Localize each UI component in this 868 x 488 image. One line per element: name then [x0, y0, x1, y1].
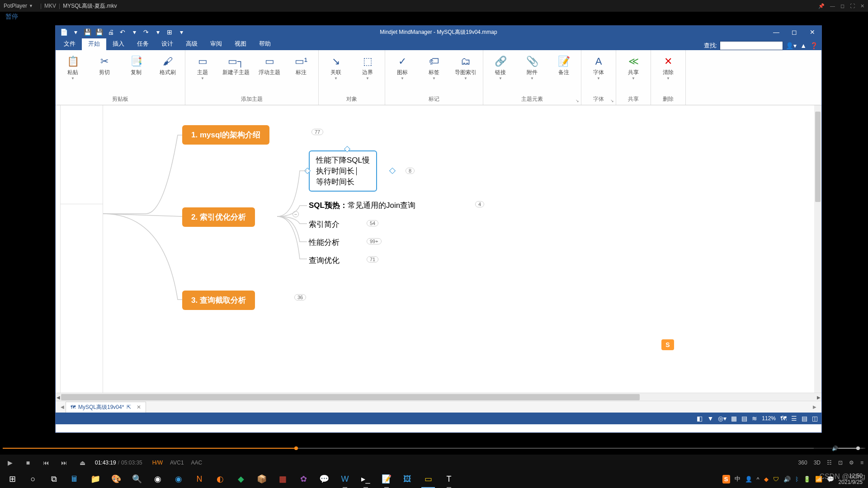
tabnav-right[interactable]: ▶: [811, 404, 818, 409]
search-input[interactable]: [720, 41, 783, 50]
menu-tab-视图[interactable]: 视图: [228, 38, 253, 50]
threed-icon[interactable]: 3D: [814, 460, 821, 466]
mm-maximize-icon[interactable]: ◻: [785, 26, 803, 38]
tray-notification-icon[interactable]: 💬: [827, 476, 834, 483]
subtitle-icon[interactable]: ☷: [827, 460, 832, 466]
ime-lang-icon[interactable]: 中: [735, 475, 741, 483]
subtopic[interactable]: 性能分析: [309, 237, 340, 248]
filter-icon[interactable]: ▼: [707, 415, 713, 422]
ribbon-btn-标签[interactable]: 🏷标签▼: [419, 53, 449, 82]
tab-close-icon[interactable]: ✕: [137, 404, 141, 410]
tray-shield-icon[interactable]: 🛡: [773, 476, 779, 483]
view-map-icon[interactable]: 🗺: [780, 415, 787, 422]
layout3-icon[interactable]: ≋: [752, 415, 757, 422]
topic-node[interactable]: 1. mysql的架构介绍: [182, 125, 269, 145]
layout1-icon[interactable]: ▦: [731, 415, 737, 422]
pin-icon[interactable]: 📌: [818, 3, 825, 9]
progress-thumb[interactable]: [294, 446, 298, 450]
quick-access-btn-2[interactable]: 💾: [82, 27, 93, 37]
tray-volume-icon[interactable]: 🔊: [783, 476, 791, 483]
quick-access-btn-0[interactable]: 📄: [58, 27, 69, 37]
tray-app1-icon[interactable]: ◆: [764, 476, 769, 483]
menu-tab-插入[interactable]: 插入: [106, 38, 131, 50]
vr-icon[interactable]: 360: [798, 460, 807, 466]
app-name[interactable]: PotPlayer: [4, 3, 27, 9]
zoom-level[interactable]: 112%: [762, 415, 776, 422]
tray-battery-icon[interactable]: 🔋: [803, 476, 811, 483]
tabnav-left[interactable]: ◀: [59, 404, 66, 409]
ribbon-btn-主题[interactable]: ▭主题▼: [187, 53, 218, 82]
ribbon-btn-链接[interactable]: 🔗链接▼: [485, 53, 516, 82]
clock[interactable]: 12:50 2021/9/25: [839, 473, 863, 486]
layout2-icon[interactable]: ▤: [741, 415, 747, 422]
arrow-up-icon[interactable]: ▲: [800, 42, 807, 49]
quick-access-btn-8[interactable]: ▾: [152, 27, 163, 37]
view-split-icon[interactable]: ◫: [812, 415, 818, 422]
settings-icon[interactable]: ⚙: [849, 460, 854, 466]
taskbar-notepad[interactable]: 📝: [376, 470, 397, 488]
people-icon[interactable]: 👤: [745, 476, 752, 483]
horizontal-scrollbar[interactable]: ◀ ▶: [56, 393, 821, 401]
topic-node[interactable]: 3. 查询截取分析: [182, 291, 255, 310]
close-icon[interactable]: ✕: [860, 3, 864, 9]
maximize-icon[interactable]: ◻: [840, 3, 844, 9]
taskbar-cortana[interactable]: ○: [23, 470, 43, 488]
mindmap-canvas[interactable]: 1. mysql的架构介绍 77 2. 索引优化分析 − 3. 查询截取分析 3…: [56, 105, 821, 393]
taskbar-firefox[interactable]: ◐: [210, 470, 231, 488]
ribbon-btn-导图索引[interactable]: 🗂导图索引▼: [450, 53, 481, 82]
ribbon-btn-标注[interactable]: ▭¹标注: [286, 53, 316, 77]
ribbon-btn-清除[interactable]: ✕清除▼: [653, 53, 684, 82]
view-gantt-icon[interactable]: ▤: [802, 415, 807, 422]
play-button[interactable]: ▶: [5, 459, 15, 466]
collapse-handle[interactable]: −: [292, 211, 299, 217]
topic-node[interactable]: 2. 索引优化分析: [182, 207, 255, 227]
taskbar-start[interactable]: ⊞: [2, 470, 23, 488]
tray-bluetooth-icon[interactable]: ᛒ: [795, 476, 799, 483]
taskbar-typora[interactable]: T: [439, 470, 459, 488]
document-tab[interactable]: 🗺 MySQL高级19v04* ⇱ ✕: [66, 402, 146, 413]
quick-access-btn-10[interactable]: ▾: [176, 27, 187, 37]
fullscreen-icon[interactable]: ⛶: [850, 3, 855, 9]
vscroll-thumb[interactable]: [815, 112, 821, 202]
taskbar-explorer[interactable]: 📁: [85, 470, 106, 488]
ribbon-btn-字体[interactable]: A字体▼: [583, 53, 614, 82]
group-expand-icon[interactable]: ↘: [610, 99, 614, 103]
tray-network-icon[interactable]: 📶: [815, 476, 822, 483]
taskbar-obs[interactable]: ✿: [293, 470, 314, 488]
view-outline-icon[interactable]: ☰: [791, 415, 797, 422]
ribbon-btn-图标[interactable]: ✓图标▼: [387, 53, 418, 82]
ribbon-btn-浮动主题[interactable]: ▭浮动主题: [254, 53, 285, 77]
playlist-icon[interactable]: ≡: [860, 460, 863, 466]
menu-tab-开始[interactable]: 开始: [82, 38, 106, 50]
volume-thumb[interactable]: [856, 446, 860, 450]
ribbon-btn-新建子主题[interactable]: ▭┐新建子主题: [219, 53, 253, 77]
quick-access-btn-3[interactable]: 💾: [94, 27, 104, 37]
subtopic[interactable]: 索引简介: [309, 219, 340, 230]
tab-popout-icon[interactable]: ⇱: [127, 404, 131, 410]
capture-icon[interactable]: ⊡: [838, 460, 843, 466]
potplayer-menu-caret[interactable]: ▼: [29, 4, 33, 8]
vertical-scrollbar[interactable]: [814, 105, 821, 393]
ribbon-btn-粘贴[interactable]: 📋粘贴▼: [57, 53, 88, 82]
taskbar-chrome[interactable]: ◉: [147, 470, 168, 488]
ime-indicator[interactable]: S: [661, 339, 674, 350]
user-icon[interactable]: 👤▾: [786, 42, 797, 49]
mm-close-icon[interactable]: ✕: [803, 26, 821, 38]
volume-icon[interactable]: 🔊: [832, 446, 838, 451]
scroll-right-arrow[interactable]: ▶: [816, 393, 821, 401]
taskbar-terminal[interactable]: ▸_: [355, 470, 376, 488]
eject-button[interactable]: ⏏: [77, 459, 88, 466]
taskbar-navicat[interactable]: N: [189, 470, 210, 488]
ribbon-btn-共享[interactable]: ≪共享▼: [618, 53, 649, 82]
taskbar-wechat[interactable]: 💬: [314, 470, 335, 488]
quick-access-btn-9[interactable]: ⊞: [164, 27, 175, 37]
sogou-tray-icon[interactable]: S: [722, 475, 730, 483]
menu-tab-任务[interactable]: 任务: [131, 38, 155, 50]
ribbon-btn-剪切[interactable]: ✂剪切: [89, 53, 120, 77]
progress-bar[interactable]: [3, 446, 865, 450]
taskbar-edge[interactable]: ◉: [168, 470, 189, 488]
subtopic[interactable]: SQL预热：常见通用的Join查询: [309, 200, 415, 211]
quick-access-btn-5[interactable]: ↶: [117, 27, 128, 37]
menu-tab-帮助[interactable]: 帮助: [253, 38, 277, 50]
presentation-icon[interactable]: ◧: [697, 415, 703, 422]
